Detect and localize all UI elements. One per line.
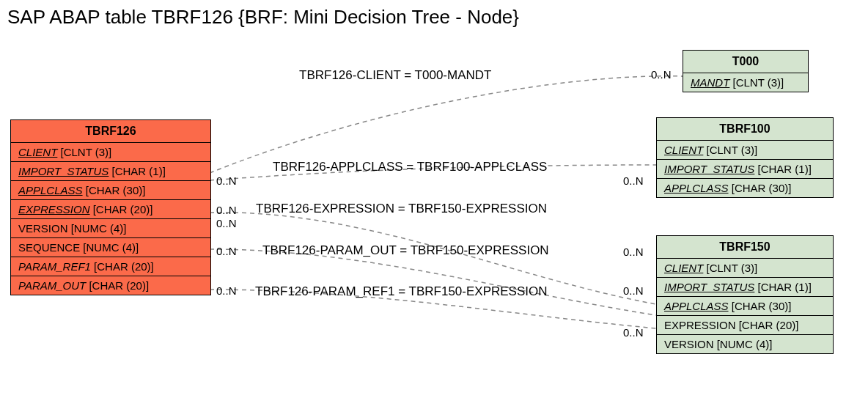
field-row: IMPORT_STATUS [CHAR (1)] xyxy=(11,162,210,181)
entity-header: TBRF126 xyxy=(11,120,210,143)
field-row: VERSION [NUMC (4)] xyxy=(11,219,210,238)
field-row: APPLCLASS [CHAR (30)] xyxy=(657,179,833,197)
entity-tbrf126: TBRF126 CLIENT [CLNT (3)] IMPORT_STATUS … xyxy=(10,119,211,295)
relation-label: TBRF126-CLIENT = T000-MANDT xyxy=(299,68,491,83)
field-row: PARAM_REF1 [CHAR (20)] xyxy=(11,257,210,276)
cardinality-label: 0..N xyxy=(216,204,237,216)
relation-label: TBRF126-PARAM_OUT = TBRF150-EXPRESSION xyxy=(262,243,549,258)
field-row: CLIENT [CLNT (3)] xyxy=(657,259,833,278)
cardinality-label: 0..N xyxy=(623,174,644,187)
relation-label: TBRF126-EXPRESSION = TBRF150-EXPRESSION xyxy=(256,202,547,216)
cardinality-label: 0..N xyxy=(216,284,237,297)
field-row: SEQUENCE [NUMC (4)] xyxy=(11,238,210,257)
diagram-title: SAP ABAP table TBRF126 {BRF: Mini Decisi… xyxy=(7,6,519,29)
field-row: EXPRESSION [CHAR (20)] xyxy=(657,316,833,335)
field-row: MANDT [CLNT (3)] xyxy=(683,73,808,92)
cardinality-label: 0..N xyxy=(623,246,644,258)
field-row: IMPORT_STATUS [CHAR (1)] xyxy=(657,278,833,297)
field-row: APPLCLASS [CHAR (30)] xyxy=(11,181,210,200)
field-row: CLIENT [CLNT (3)] xyxy=(11,143,210,162)
field-row: IMPORT_STATUS [CHAR (1)] xyxy=(657,160,833,179)
cardinality-label: 0..N xyxy=(216,217,237,229)
entity-header: TBRF150 xyxy=(657,236,833,259)
cardinality-label: 0..N xyxy=(651,68,672,81)
cardinality-label: 0..N xyxy=(216,174,237,187)
cardinality-label: 0..N xyxy=(623,326,644,339)
cardinality-label: 0..N xyxy=(216,245,237,257)
entity-tbrf150: TBRF150 CLIENT [CLNT (3)] IMPORT_STATUS … xyxy=(656,235,834,354)
diagram-canvas: SAP ABAP table TBRF126 {BRF: Mini Decisi… xyxy=(0,0,868,398)
entity-header: TBRF100 xyxy=(657,118,833,141)
field-row: PARAM_OUT [CHAR (20)] xyxy=(11,276,210,295)
entity-t000: T000 MANDT [CLNT (3)] xyxy=(683,50,809,92)
field-row: EXPRESSION [CHAR (20)] xyxy=(11,200,210,219)
entity-header: T000 xyxy=(683,51,808,73)
entity-tbrf100: TBRF100 CLIENT [CLNT (3)] IMPORT_STATUS … xyxy=(656,117,834,198)
relation-label: TBRF126-PARAM_REF1 = TBRF150-EXPRESSION xyxy=(255,284,548,299)
field-row: APPLCLASS [CHAR (30)] xyxy=(657,297,833,316)
cardinality-label: 0..N xyxy=(623,284,644,297)
relation-label: TBRF126-APPLCLASS = TBRF100-APPLCLASS xyxy=(273,160,547,174)
field-row: VERSION [NUMC (4)] xyxy=(657,335,833,353)
field-row: CLIENT [CLNT (3)] xyxy=(657,141,833,160)
